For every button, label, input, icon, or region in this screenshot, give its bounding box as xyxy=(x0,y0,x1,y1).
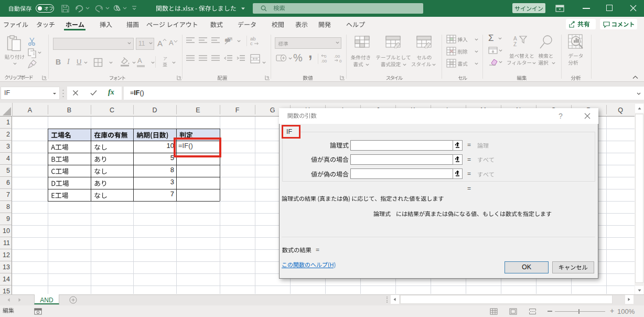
svg-text:Z: Z xyxy=(513,41,517,47)
svg-text:.00: .00 xyxy=(321,59,327,63)
svg-text:c: c xyxy=(250,40,253,46)
svg-text:0: 0 xyxy=(339,59,342,63)
svg-text:ab: ab xyxy=(225,37,230,43)
svg-text:0: 0 xyxy=(324,54,327,59)
svg-text:.00: .00 xyxy=(334,54,340,59)
svg-text:A: A xyxy=(513,36,517,41)
